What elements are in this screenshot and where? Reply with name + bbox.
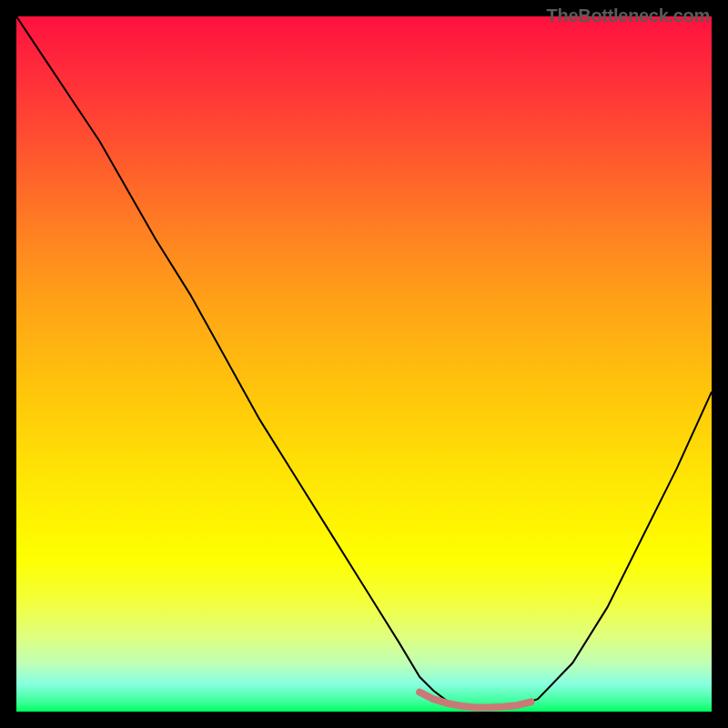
- bottleneck-curve: [16, 16, 712, 707]
- chart-container: TheBottleneck.com: [0, 0, 728, 728]
- chart-svg: [16, 16, 712, 712]
- watermark-text: TheBottleneck.com: [547, 5, 710, 26]
- optimal-plateau-highlight: [420, 693, 531, 708]
- plot-area: [16, 16, 712, 712]
